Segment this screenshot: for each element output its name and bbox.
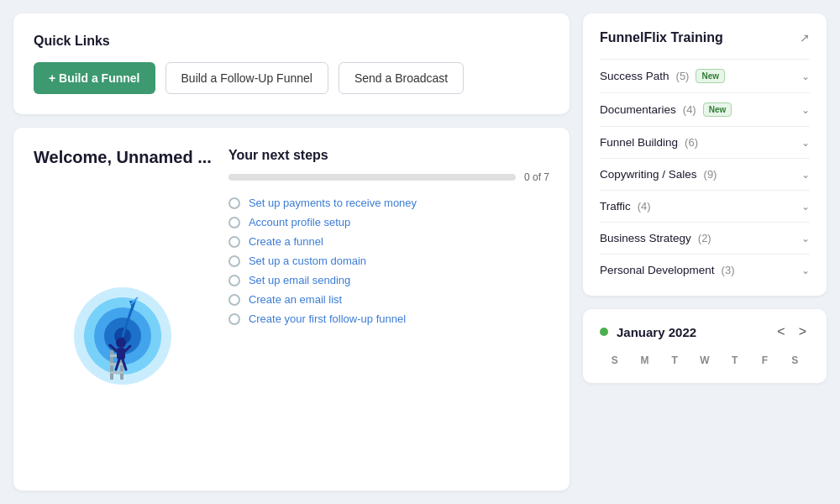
calendar-nav: < > (774, 323, 810, 341)
chevron-down-icon: ⌄ (801, 265, 810, 276)
training-item-count: (2) (698, 232, 711, 244)
step-circle (228, 275, 240, 286)
welcome-card: Welcome, Unnamed ... (13, 128, 570, 491)
training-item-label: Copywriting / Sales (600, 168, 697, 181)
svg-rect-15 (117, 348, 125, 360)
chevron-down-icon: ⌄ (801, 71, 810, 82)
training-item-count: (5) (676, 70, 690, 82)
step-link[interactable]: Create your first follow-up funnel (249, 312, 406, 325)
funnelflix-title: FunnelFlix Training (600, 30, 723, 45)
step-item: Create an email list (228, 293, 549, 306)
training-item[interactable]: Business Strategy (2) ⌄ (600, 222, 810, 254)
training-item[interactable]: Funnel Building (6) ⌄ (600, 126, 810, 158)
step-item: Set up email sending (228, 274, 549, 286)
quick-links-buttons: + Build a Funnel Build a Follow-Up Funne… (34, 62, 549, 94)
steps-list: Set up payments to receive money Account… (228, 197, 549, 325)
chevron-down-icon: ⌄ (801, 104, 810, 116)
training-items-container: Success Path (5) New ⌄ Documentaries (4)… (600, 59, 810, 286)
calendar-dot (600, 328, 608, 336)
training-item[interactable]: Personal Development (3) ⌄ (600, 254, 810, 286)
calendar-day-of-week: W (690, 351, 720, 370)
svg-point-14 (116, 338, 126, 348)
external-link-icon[interactable]: ↗ (800, 31, 810, 45)
step-circle (228, 294, 240, 306)
calendar-prev-button[interactable]: < (774, 323, 788, 341)
training-item-label: Traffic (600, 200, 631, 213)
follow-up-funnel-button[interactable]: Build a Follow-Up Funnel (165, 62, 328, 94)
training-item-left: Personal Development (3) (600, 264, 734, 276)
calendar-card: January 2022 < > SMTWTFS (583, 309, 827, 383)
next-steps-section: Your next steps 0 of 7 Set up payments t… (228, 148, 549, 470)
calendar-day-of-week: S (600, 351, 630, 370)
training-item-left: Business Strategy (2) (600, 232, 711, 244)
training-item-left: Success Path (5) New (600, 69, 725, 83)
training-item-count: (4) (683, 103, 696, 116)
calendar-days-of-week: SMTWTFS (600, 351, 810, 370)
step-item: Set up payments to receive money (228, 197, 549, 209)
training-item-count: (9) (704, 168, 717, 181)
training-item-left: Documentaries (4) New (600, 102, 732, 117)
quick-links-title: Quick Links (34, 34, 549, 49)
progress-bar-track (228, 174, 516, 181)
send-broadcast-button[interactable]: Send a Broadcast (339, 62, 464, 94)
funnelflix-card: FunnelFlix Training ↗ Success Path (5) N… (583, 13, 827, 296)
training-item-label: Personal Development (600, 264, 715, 276)
calendar-day-of-week: S (780, 351, 810, 370)
calendar-day-of-week: T (720, 351, 750, 370)
svg-rect-13 (110, 371, 123, 374)
training-item-left: Traffic (4) (600, 200, 651, 213)
step-link[interactable]: Create a funnel (249, 235, 323, 248)
funnelflix-header: FunnelFlix Training ↗ (600, 30, 810, 45)
calendar-day-of-week: M (630, 351, 660, 370)
step-link[interactable]: Set up payments to receive money (249, 197, 417, 209)
training-item-count: (3) (722, 264, 735, 276)
calendar-next-button[interactable]: > (795, 323, 810, 341)
chevron-down-icon: ⌄ (801, 169, 810, 181)
step-item: Create a funnel (228, 235, 549, 248)
step-circle (228, 197, 240, 209)
welcome-title: Welcome, Unnamed ... (34, 148, 212, 167)
step-link[interactable]: Set up a custom domain (249, 255, 366, 267)
training-item-label: Success Path (600, 70, 669, 82)
step-link[interactable]: Create an email list (249, 293, 342, 306)
badge-new: New (703, 102, 732, 117)
training-item-label: Documentaries (600, 103, 676, 116)
calendar-day-of-week: F (750, 351, 780, 370)
chevron-down-icon: ⌄ (801, 201, 810, 213)
quick-links-card: Quick Links + Build a Funnel Build a Fol… (13, 13, 570, 114)
progress-bar-row: 0 of 7 (228, 171, 549, 183)
training-item-count: (4) (638, 200, 651, 213)
step-link[interactable]: Set up email sending (249, 274, 350, 286)
calendar-title: January 2022 (617, 325, 774, 339)
training-item-count: (6) (685, 136, 698, 149)
step-circle (228, 313, 240, 325)
step-circle (228, 236, 240, 248)
badge-new: New (696, 69, 725, 83)
training-item-label: Business Strategy (600, 232, 691, 244)
training-item-left: Funnel Building (6) (600, 136, 698, 149)
chevron-down-icon: ⌄ (801, 137, 810, 149)
step-item: Account profile setup (228, 216, 549, 228)
training-item-left: Copywriting / Sales (9) (600, 168, 717, 181)
welcome-left: Welcome, Unnamed ... (34, 148, 212, 470)
step-item: Set up a custom domain (228, 255, 549, 267)
training-item[interactable]: Traffic (4) ⌄ (600, 190, 810, 222)
step-circle (228, 255, 240, 267)
target-svg (64, 270, 181, 388)
next-steps-title: Your next steps (228, 148, 549, 163)
training-item[interactable]: Copywriting / Sales (9) ⌄ (600, 158, 810, 190)
calendar-day-of-week: T (659, 351, 690, 370)
target-illustration (34, 187, 212, 470)
step-link[interactable]: Account profile setup (249, 216, 350, 228)
build-funnel-button[interactable]: + Build a Funnel (34, 62, 155, 94)
training-item[interactable]: Documentaries (4) New ⌄ (600, 92, 810, 126)
calendar-header: January 2022 < > (600, 323, 810, 341)
chevron-down-icon: ⌄ (801, 233, 810, 244)
training-item[interactable]: Success Path (5) New ⌄ (600, 59, 810, 92)
progress-label: 0 of 7 (524, 171, 549, 183)
step-item: Create your first follow-up funnel (228, 312, 549, 325)
step-circle (228, 217, 240, 228)
training-item-label: Funnel Building (600, 136, 678, 149)
